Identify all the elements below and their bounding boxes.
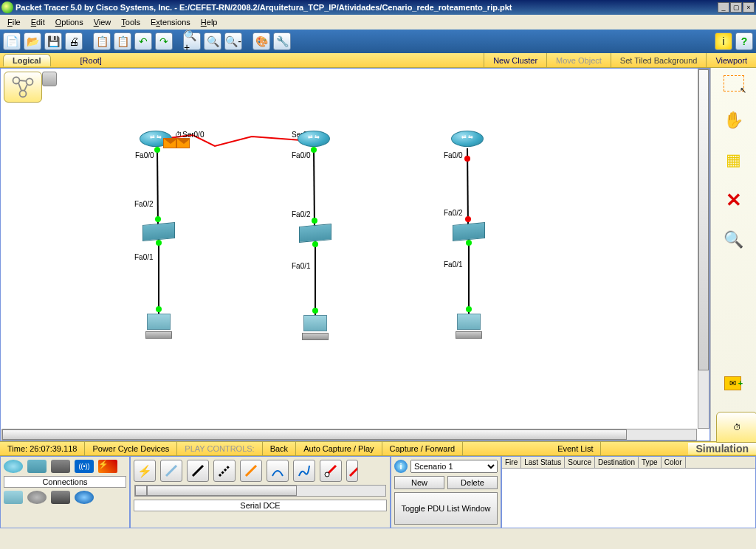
menu-extensions[interactable]: Extensions [146, 16, 195, 28]
end-devices-icon[interactable] [4, 491, 23, 504]
menu-view[interactable]: View [89, 16, 116, 28]
pc-3[interactable] [454, 314, 484, 340]
workspace-canvas[interactable]: ⇄ ⇆ ⏱ Ser0/0 Fa0/0 Fa0/2 Fa0/1 Ser0/0 ⇄ … [0, 68, 710, 441]
root-breadcrumb[interactable]: [Root] [80, 56, 102, 65]
save-icon[interactable]: 💾 [44, 32, 62, 50]
info-icon[interactable]: i [394, 460, 408, 473]
zoom-out-icon[interactable]: 🔍- [224, 32, 242, 50]
menu-tools[interactable]: Tools [117, 16, 145, 28]
logical-topology-icon[interactable] [4, 72, 42, 103]
note-tool-icon[interactable]: ▦ [721, 149, 747, 171]
palette-icon[interactable]: 🎨 [252, 32, 270, 50]
delete-scenario-button[interactable]: Delete [447, 476, 498, 489]
auto-cable-icon[interactable]: ⚡ [134, 460, 156, 482]
pdu-header-last-status[interactable]: Last Status [521, 457, 565, 468]
copy-icon[interactable]: 📋 [93, 32, 111, 50]
router-3[interactable]: ⇄ ⇆ [451, 131, 484, 147]
power-cycle-button[interactable]: Power Cycle Devices [85, 442, 177, 455]
port-label-fa00-1: Fa0/0 [135, 151, 154, 159]
pc-1[interactable] [144, 314, 173, 340]
switches-category-icon[interactable] [27, 460, 47, 473]
logical-tab[interactable]: Logical [3, 54, 51, 66]
delete-tool-icon[interactable]: ✕ [721, 189, 747, 211]
fiber-cable-icon[interactable] [240, 460, 262, 482]
port-label-fa02-1: Fa0/2 [134, 200, 154, 208]
port-label-fa00-2: Fa0/0 [292, 151, 311, 159]
help-icon[interactable]: ? [735, 32, 753, 50]
menu-options[interactable]: Options [51, 16, 88, 28]
physical-view-icon[interactable] [42, 72, 57, 86]
link-status-dot [156, 306, 162, 312]
auto-capture-button[interactable]: Auto Capture / Play [296, 442, 382, 455]
wan-emulation-icon[interactable] [27, 491, 47, 504]
phone-cable-icon[interactable] [267, 460, 289, 482]
connection-scrollbar[interactable] [134, 485, 386, 497]
select-tool-icon[interactable]: ↖ [724, 75, 744, 92]
toggle-pdu-list-button[interactable]: Toggle PDU List Window [394, 492, 498, 525]
set-background-button[interactable]: Set Tiled Background [611, 53, 707, 67]
inspect-tool-icon[interactable]: 🔍 [721, 229, 747, 251]
capture-forward-button[interactable]: Capture / Forward [382, 442, 464, 455]
redo-icon[interactable]: ↷ [155, 32, 173, 50]
pdu-envelope-2[interactable] [176, 138, 190, 148]
simulation-mode-icon[interactable]: ⏱ [716, 412, 756, 443]
maximize-button[interactable]: ▢ [730, 2, 742, 13]
menu-file[interactable]: File [3, 16, 25, 28]
connection-type-label: Serial DCE [134, 500, 387, 511]
link-status-dot [154, 147, 160, 153]
print-icon[interactable]: 🖨 [65, 32, 83, 50]
pdu-header-color[interactable]: Color [662, 457, 686, 468]
coaxial-cable-icon[interactable] [293, 460, 315, 482]
port-label-fa02-3: Fa0/2 [444, 209, 463, 217]
pdu-envelope-1[interactable] [163, 138, 176, 148]
new-file-icon[interactable]: 📄 [3, 32, 21, 50]
svg-line-14 [219, 466, 230, 476]
router-2[interactable]: ⇄ ⇆ [298, 131, 330, 147]
svg-line-8 [314, 148, 315, 227]
back-button[interactable]: Back [263, 442, 296, 455]
switch-3[interactable] [453, 224, 485, 240]
add-simple-pdu-icon[interactable]: ✉+ [721, 372, 747, 394]
pc-2[interactable] [300, 315, 330, 342]
hubs-category-icon[interactable] [51, 460, 70, 473]
svg-line-13 [193, 466, 203, 476]
event-list-button[interactable]: Event List [550, 442, 601, 455]
open-file-icon[interactable]: 📂 [24, 32, 41, 50]
crossover-cable-icon[interactable] [213, 460, 236, 482]
wireless-category-icon[interactable]: ((•)) [75, 460, 94, 473]
pdu-header-destination[interactable]: Destination [595, 457, 639, 468]
hand-tool-icon[interactable]: ✋ [721, 109, 747, 131]
close-button[interactable]: × [743, 2, 755, 13]
vertical-scrollbar[interactable] [698, 69, 709, 429]
svg-line-5 [20, 80, 27, 81]
simulation-mode-label[interactable]: Simulation [688, 443, 756, 455]
pdu-header-type[interactable]: Type [639, 457, 662, 468]
switch-1[interactable] [142, 224, 175, 240]
svg-line-18 [350, 466, 357, 476]
switch-2[interactable] [299, 225, 331, 241]
custom-device-icon[interactable]: 🔧 [273, 32, 291, 50]
straight-cable-icon[interactable] [187, 460, 209, 482]
paste-icon[interactable]: 📋 [114, 32, 131, 50]
info-icon[interactable]: i [715, 32, 732, 50]
zoom-reset-icon[interactable]: 🔍 [204, 32, 221, 50]
menu-help[interactable]: Help [196, 16, 222, 28]
multiuser-icon[interactable] [75, 491, 94, 504]
pdu-header-fire[interactable]: Fire [502, 457, 521, 468]
new-cluster-button[interactable]: New Cluster [484, 53, 546, 67]
menu-edit[interactable]: Edit [27, 16, 49, 28]
horizontal-scrollbar[interactable] [1, 429, 697, 441]
console-cable-icon[interactable] [160, 460, 182, 482]
routers-category-icon[interactable] [4, 460, 23, 473]
scenario-select[interactable]: Scenario 1 [410, 460, 498, 473]
undo-icon[interactable]: ↶ [134, 32, 152, 50]
zoom-in-icon[interactable]: 🔍+ [183, 32, 201, 50]
custom-devices-icon[interactable] [51, 491, 70, 504]
viewport-button[interactable]: Viewport [706, 53, 756, 67]
new-scenario-button[interactable]: New [394, 476, 444, 489]
serial-dte-cable-icon[interactable] [346, 460, 358, 482]
minimize-button[interactable]: _ [718, 2, 729, 13]
connections-category-icon[interactable]: ⚡ [98, 460, 117, 473]
serial-dce-cable-icon[interactable] [320, 460, 342, 482]
pdu-header-source[interactable]: Source [565, 457, 595, 468]
